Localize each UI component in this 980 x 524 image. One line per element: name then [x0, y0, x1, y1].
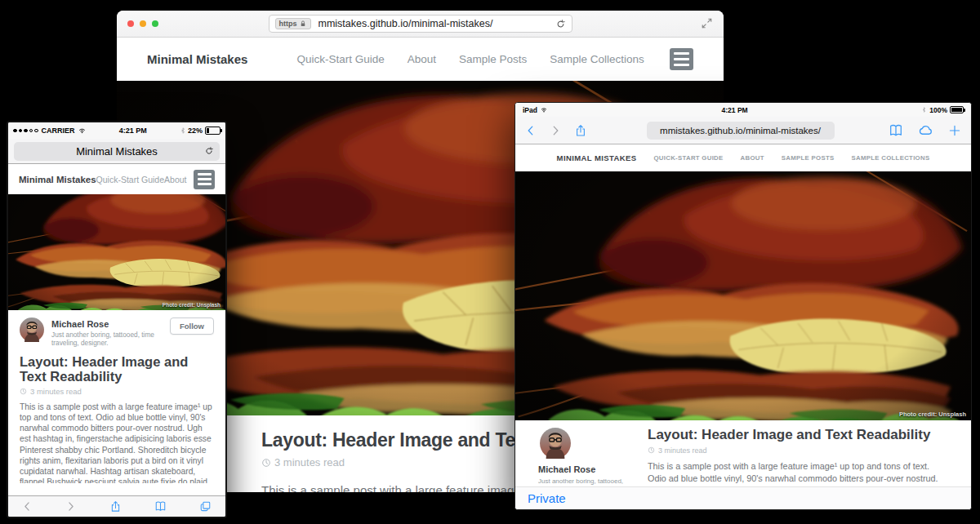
battery-icon	[205, 127, 220, 135]
status-time: 4:21 PM	[548, 106, 921, 114]
battery-icon	[950, 106, 964, 113]
read-time: 3 minutes read	[658, 446, 707, 455]
safari-address-field[interactable]: mmistakes.github.io/minimal-mistakes/	[647, 122, 835, 140]
minimize-window-button[interactable]	[140, 20, 146, 27]
nav-link-about[interactable]: About	[408, 53, 436, 65]
clock-icon	[20, 388, 27, 395]
site-title-link[interactable]: Minimal Mistakes	[557, 153, 637, 162]
author-bio: Just another boring, tattooed, time trav…	[51, 331, 170, 347]
site-masthead: Minimal Mistakes Quick-Start Guide About…	[117, 38, 724, 81]
address-field-text: Minimal Mistakes	[76, 145, 158, 158]
author-meta: Michael Rose Just another boring, tattoo…	[51, 318, 170, 347]
back-button[interactable]	[525, 125, 537, 136]
safari-bottom-toolbar	[8, 495, 225, 517]
forward-button[interactable]	[65, 501, 76, 512]
browser-title-bar: https mmistakes.github.io/minimal-mistak…	[117, 11, 724, 38]
lock-icon	[299, 20, 307, 28]
author-name: Michael Rose	[538, 464, 625, 474]
photo-credit: Photo credit: Unsplash	[163, 302, 220, 308]
post-header-image: Photo credit: Unsplash	[515, 171, 971, 420]
nav-link-sample-collections[interactable]: Sample Collections	[851, 154, 929, 162]
author-row: Michael Rose Just another boring, tattoo…	[20, 318, 214, 347]
nav-link-sample-posts[interactable]: Sample Posts	[459, 53, 527, 65]
forward-button[interactable]	[550, 125, 561, 136]
menu-toggle-button[interactable]	[194, 170, 215, 189]
ipad-status-bar: iPad 4:21 PM 100%	[515, 103, 971, 117]
https-label: https	[279, 20, 297, 28]
photo-credit: Photo credit: Unsplash	[899, 411, 966, 418]
share-button[interactable]	[574, 124, 587, 137]
nav-link-quick-start-guide[interactable]: Quick-Start Guide	[296, 53, 384, 65]
new-tab-button[interactable]	[948, 124, 961, 137]
icloud-tabs-button[interactable]	[918, 122, 933, 138]
post-body-paragraph: This is a sample post with a large featu…	[20, 402, 214, 483]
nav-link-about[interactable]: About	[741, 154, 764, 162]
nav-link-quick-start-guide[interactable]: Quick-Start Guide	[96, 175, 164, 184]
url-text: mmistakes.github.io/minimal-mistakes/	[318, 18, 555, 29]
address-bar[interactable]: https mmistakes.github.io/minimal-mistak…	[269, 15, 572, 33]
site-masthead: Minimal Mistakes Quick-Start Guide About	[8, 164, 225, 194]
zoom-window-button[interactable]	[152, 20, 158, 27]
nav-link-sample-collections[interactable]: Sample Collections	[550, 53, 644, 65]
nav-link-sample-posts[interactable]: Sample Posts	[782, 154, 835, 162]
site-title-link[interactable]: Minimal Mistakes	[19, 175, 96, 184]
author-sidebar: Michael Rose Just another boring, tattoo…	[538, 428, 625, 495]
post-body: This is a sample post with a large featu…	[20, 402, 214, 483]
carrier-label: CARRIER	[42, 127, 75, 135]
site-masthead: Minimal Mistakes Quick-Start Guide About…	[515, 144, 971, 171]
author-avatar	[540, 428, 571, 459]
bluetooth-icon	[921, 106, 927, 113]
https-badge: https	[275, 18, 311, 29]
site-title-link[interactable]: Minimal Mistakes	[147, 52, 247, 66]
post-meta: 3 minutes read	[648, 446, 948, 455]
composite-canvas: https mmistakes.github.io/minimal-mistak…	[0, 0, 980, 524]
menu-toggle-button[interactable]	[670, 48, 693, 70]
post-article: Michael Rose Just another boring, tattoo…	[8, 310, 225, 483]
post-main: Layout: Header Image and Text Readabilit…	[625, 428, 948, 495]
share-button[interactable]	[109, 500, 122, 513]
close-window-button[interactable]	[127, 20, 134, 27]
author-name: Michael Rose	[51, 319, 170, 329]
ipad-screen: iPad 4:21 PM 100% mmistakes.github.io/mi…	[514, 102, 972, 510]
follow-button[interactable]: Follow	[170, 318, 214, 335]
nav-link-about[interactable]: About	[164, 175, 186, 184]
post-header-image: Photo credit: Unsplash	[8, 194, 225, 310]
nav-link-quick-start-guide[interactable]: Quick-Start Guide	[653, 154, 723, 162]
safari-address-field[interactable]: Minimal Mistakes	[14, 142, 220, 161]
safari-address-row: Minimal Mistakes	[8, 139, 225, 164]
private-browsing-bar: Private	[515, 486, 971, 509]
iphone-screen: CARRIER 4:21 PM 22% Minimal Mistakes Min…	[7, 121, 227, 518]
clock-icon	[261, 458, 271, 468]
reload-icon[interactable]	[555, 19, 566, 29]
battery-percent: 100%	[929, 106, 947, 114]
signal-strength-icon	[13, 129, 38, 133]
tabs-button[interactable]	[199, 500, 212, 513]
reload-icon[interactable]	[204, 146, 214, 156]
back-button[interactable]	[22, 501, 33, 512]
safari-toolbar: mmistakes.github.io/minimal-mistakes/	[515, 117, 971, 144]
post-article: Michael Rose Just another boring, tattoo…	[515, 420, 971, 495]
window-controls	[127, 20, 158, 27]
device-label: iPad	[523, 106, 537, 114]
private-label[interactable]: Private	[528, 491, 566, 505]
iphone-status-bar: CARRIER 4:21 PM 22%	[8, 122, 225, 139]
status-time: 4:21 PM	[87, 127, 180, 135]
wifi-icon	[78, 127, 87, 135]
read-time: 3 minutes read	[274, 456, 345, 468]
author-avatar	[20, 318, 44, 342]
read-time: 3 minutes read	[30, 387, 82, 396]
bookmarks-button[interactable]	[889, 123, 903, 138]
battery-percent: 22%	[188, 127, 203, 135]
bluetooth-icon	[180, 127, 186, 135]
url-text: mmistakes.github.io/minimal-mistakes/	[660, 126, 821, 135]
post-meta: 3 minutes read	[20, 387, 214, 396]
expand-icon[interactable]	[701, 17, 713, 29]
leaves-photo	[515, 171, 971, 420]
leaves-photo	[8, 194, 225, 310]
post-title: Layout: Header Image and Text Readabilit…	[648, 428, 948, 443]
bookmarks-button[interactable]	[154, 500, 167, 513]
wifi-icon	[540, 106, 548, 114]
clock-icon	[648, 446, 655, 454]
post-title: Layout: Header Image and Text Readabilit…	[20, 354, 214, 384]
